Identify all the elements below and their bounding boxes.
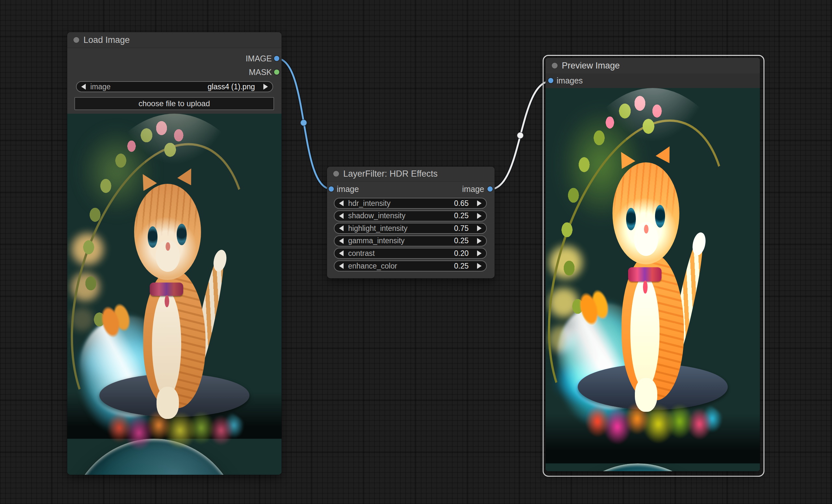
decrement-arrow-icon[interactable]	[339, 263, 344, 269]
node-title: Preview Image	[562, 58, 620, 73]
input-label: image	[337, 182, 359, 196]
load-image-node-header[interactable]: Load Image	[67, 32, 282, 48]
node-title: LayerFilter: HDR Effects	[343, 166, 438, 181]
image-output-port[interactable]	[274, 56, 279, 61]
node-title: Load Image	[83, 32, 130, 48]
collapse-dot-icon[interactable]	[333, 171, 339, 177]
image-combo-widget[interactable]: image glass4 (1).png	[76, 81, 273, 92]
widget-value: glass4 (1).png	[208, 82, 255, 91]
hdr-io-slot-row: image image	[327, 182, 495, 196]
preview-node-header[interactable]: Preview Image	[546, 58, 760, 74]
hdr-node-header[interactable]: LayerFilter: HDR Effects	[327, 166, 495, 182]
increment-arrow-icon[interactable]	[263, 84, 268, 90]
widget-label: enhance_color	[348, 262, 454, 270]
preview-image-node[interactable]: Preview Image images	[546, 58, 760, 471]
mask-output-slot: MASK	[67, 65, 282, 79]
highlight-intensity-widget[interactable]: highlight_intensity 0.75	[334, 223, 487, 234]
widget-value: 0.20	[454, 249, 469, 258]
image-link-midpoint-dot[interactable]	[301, 120, 307, 126]
decrement-arrow-icon[interactable]	[81, 84, 86, 90]
images-input-port[interactable]	[548, 78, 553, 83]
increment-arrow-icon[interactable]	[477, 213, 482, 219]
widget-value: 0.65	[454, 199, 469, 208]
mask-output-port[interactable]	[274, 70, 279, 75]
image-output-slot: IMAGE	[67, 52, 282, 65]
decrement-arrow-icon[interactable]	[339, 201, 344, 206]
increment-arrow-icon[interactable]	[477, 263, 482, 269]
decrement-arrow-icon[interactable]	[339, 226, 344, 231]
widget-label: highlight_intensity	[348, 224, 454, 233]
contrast-widget[interactable]: contrast 0.20	[334, 248, 487, 259]
increment-arrow-icon[interactable]	[477, 226, 482, 231]
widget-label: shadow_intensity	[348, 211, 454, 220]
decrement-arrow-icon[interactable]	[339, 238, 344, 244]
input-label: images	[556, 73, 583, 88]
widget-label: contrast	[348, 249, 454, 258]
collapse-dot-icon[interactable]	[73, 37, 79, 43]
preview-image-output	[546, 88, 760, 471]
hdr-effects-node[interactable]: LayerFilter: HDR Effects image image hdr…	[327, 166, 495, 278]
hdr-intensity-widget[interactable]: hdr_intensity 0.65	[334, 198, 487, 209]
output-label: IMAGE	[245, 52, 272, 65]
output-label: MASK	[249, 65, 272, 79]
loaded-image-preview	[67, 114, 282, 475]
widget-label: gamma_intensity	[348, 236, 454, 245]
shadow-intensity-widget[interactable]: shadow_intensity 0.25	[334, 210, 487, 221]
widget-value: 0.25	[454, 211, 469, 220]
preview-link-midpoint-dot[interactable]	[517, 132, 523, 139]
image-input-port[interactable]	[329, 186, 334, 192]
widget-value: 0.25	[454, 262, 469, 270]
widget-label: hdr_intensity	[348, 199, 454, 208]
decrement-arrow-icon[interactable]	[339, 250, 344, 256]
enhance-color-widget[interactable]: enhance_color 0.25	[334, 261, 487, 271]
increment-arrow-icon[interactable]	[477, 201, 482, 206]
widget-value: 0.75	[454, 224, 469, 233]
output-label: image	[462, 182, 484, 196]
cat-globe-photo-hdr	[546, 88, 760, 471]
image-output-port[interactable]	[488, 186, 493, 192]
increment-arrow-icon[interactable]	[477, 250, 482, 256]
gamma-intensity-widget[interactable]: gamma_intensity 0.25	[334, 235, 487, 246]
widget-label: image	[90, 82, 208, 91]
images-input-slot: images	[546, 73, 760, 88]
load-image-node[interactable]: Load Image IMAGE MASK image glass4 (1).p…	[67, 32, 282, 475]
collapse-dot-icon[interactable]	[552, 63, 557, 69]
choose-file-button[interactable]: choose file to upload	[74, 97, 274, 110]
widget-value: 0.25	[454, 236, 469, 245]
decrement-arrow-icon[interactable]	[339, 213, 344, 219]
cat-globe-photo	[67, 114, 282, 475]
increment-arrow-icon[interactable]	[477, 238, 482, 244]
